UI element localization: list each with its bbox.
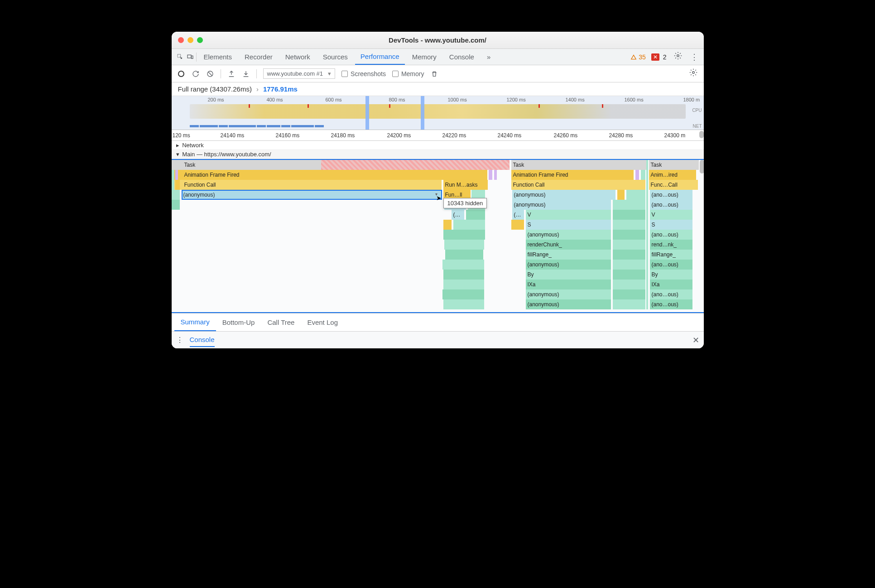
capture-settings-icon[interactable]: [688, 68, 698, 79]
overview-handle-right[interactable]: [421, 96, 424, 130]
flame-slice[interactable]: [613, 270, 645, 280]
flame-sliver[interactable]: [175, 180, 180, 190]
tab-network[interactable]: Network: [280, 49, 316, 65]
flame-fill[interactable]: fillRange_: [526, 250, 611, 260]
flame-ixa[interactable]: IXa: [526, 280, 611, 289]
tab-elements[interactable]: Elements: [198, 49, 238, 65]
flame-slice[interactable]: [443, 280, 484, 289]
tab-recorder[interactable]: Recorder: [239, 49, 278, 65]
flame-slice[interactable]: [613, 220, 645, 230]
tab-sources[interactable]: Sources: [317, 49, 353, 65]
flame-slice[interactable]: [442, 260, 484, 270]
flame-anon[interactable]: (ano…ous): [650, 289, 692, 299]
flame-afr[interactable]: Animation Frame Fired: [172, 170, 487, 180]
reload-record-button[interactable]: [192, 70, 200, 78]
warnings-badge[interactable]: 35: [630, 53, 646, 61]
flame-slice[interactable]: [613, 289, 645, 299]
more-menu-icon[interactable]: ⋮: [689, 52, 699, 62]
overview-handle-left[interactable]: [365, 96, 369, 130]
flame-slice[interactable]: [489, 170, 492, 180]
flame-s[interactable]: S: [526, 220, 611, 230]
tab-performance[interactable]: Performance: [355, 49, 405, 65]
errors-badge-icon[interactable]: ✕: [651, 53, 659, 61]
tab-event-log[interactable]: Event Log: [301, 313, 344, 331]
flame-paren[interactable]: (…: [452, 210, 464, 220]
download-profile-icon[interactable]: [242, 70, 250, 78]
close-drawer-icon[interactable]: ✕: [692, 335, 699, 345]
flame-sliver[interactable]: [175, 170, 178, 180]
flame-sliver[interactable]: [646, 160, 648, 309]
flame-slice[interactable]: [613, 230, 645, 240]
flame-render[interactable]: renderChunk_: [526, 240, 611, 250]
flame-slice[interactable]: [443, 220, 452, 230]
flame-anon[interactable]: (ano…ous): [650, 190, 692, 200]
flame-task[interactable]: Task: [511, 160, 646, 170]
flame-fc[interactable]: Function Call: [511, 180, 645, 190]
flame-slice[interactable]: [613, 200, 645, 210]
flame-slice[interactable]: [613, 240, 645, 250]
flame-d[interactable]: (…: [512, 210, 524, 220]
inspect-element-icon[interactable]: [176, 53, 184, 61]
gc-icon[interactable]: [430, 70, 438, 78]
flame-sliver[interactable]: [172, 170, 174, 180]
flame-slice[interactable]: [613, 280, 645, 289]
tab-more[interactable]: »: [481, 49, 496, 65]
flame-slice[interactable]: [466, 210, 485, 220]
flame-slice[interactable]: [613, 260, 645, 270]
flame-task-long[interactable]: [321, 160, 510, 170]
flame-slice[interactable]: [445, 250, 483, 260]
flame-anon[interactable]: (anonymous): [526, 289, 611, 299]
flame-anon[interactable]: (ano…ous): [650, 299, 692, 309]
console-tab[interactable]: Console: [190, 336, 215, 347]
flame-afr[interactable]: Animation Frame Fired: [511, 170, 634, 180]
flame-chart[interactable]: Task Animation Frame Fired Function Call…: [172, 159, 704, 313]
record-button[interactable]: [177, 70, 185, 78]
flame-anon[interactable]: (anonymous): [526, 260, 611, 270]
flame-v[interactable]: V: [526, 210, 611, 220]
flame-slice[interactable]: [444, 240, 484, 250]
flame-sliver[interactable]: [172, 200, 180, 210]
flame-render[interactable]: rend…nk_: [650, 240, 692, 250]
upload-profile-icon[interactable]: [227, 70, 236, 78]
flame-by[interactable]: By: [526, 270, 611, 280]
flame-s[interactable]: S: [650, 220, 692, 230]
flame-slice[interactable]: [442, 289, 484, 299]
selected-range-label[interactable]: 1776.91ms: [263, 85, 298, 93]
flame-by[interactable]: By: [650, 270, 692, 280]
screenshots-checkbox[interactable]: Screenshots: [341, 70, 386, 77]
flame-slice[interactable]: [635, 170, 639, 180]
flame-anon[interactable]: (anonymous): [512, 190, 615, 200]
flame-slice[interactable]: [453, 220, 485, 230]
flame-slice[interactable]: [613, 210, 645, 220]
clear-button[interactable]: [206, 70, 214, 78]
tab-console[interactable]: Console: [444, 49, 480, 65]
tab-summary[interactable]: Summary: [174, 313, 216, 331]
flame-sliver[interactable]: [172, 190, 180, 200]
main-track-header[interactable]: ▾ Main — https://www.youtube.com/: [172, 150, 704, 159]
flame-anon[interactable]: (anonymous): [526, 299, 611, 309]
flame-slice[interactable]: [494, 170, 497, 180]
tab-bottom-up[interactable]: Bottom-Up: [216, 313, 261, 331]
device-toggle-icon[interactable]: [186, 53, 194, 61]
flame-slice[interactable]: [511, 220, 524, 230]
settings-gear-icon[interactable]: [673, 52, 683, 62]
tab-call-tree[interactable]: Call Tree: [261, 313, 301, 331]
flame-slice[interactable]: [626, 190, 645, 200]
flame-anon[interactable]: (ano…ous): [650, 230, 692, 240]
errors-count[interactable]: 2: [663, 53, 667, 61]
timeline-overview[interactable]: 200 ms 400 ms 600 ms 800 ms 1000 ms 1200…: [172, 96, 704, 130]
flame-anon[interactable]: (anonymous): [526, 230, 611, 240]
flame-slice[interactable]: [613, 250, 645, 260]
flame-ixa[interactable]: IXa: [650, 280, 692, 289]
full-range-label[interactable]: Full range (34307.26ms): [178, 85, 252, 93]
recording-select[interactable]: www.youtube.com #1: [263, 68, 336, 79]
flame-anon[interactable]: (ano…ous): [650, 260, 692, 270]
flame-slice[interactable]: [443, 299, 484, 309]
flame-anon[interactable]: (anonymous): [512, 200, 611, 210]
flame-v[interactable]: V: [650, 210, 692, 220]
maximize-window-button[interactable]: [197, 37, 203, 43]
flame-sliver[interactable]: [172, 180, 174, 190]
network-track-header[interactable]: ▸ Network: [172, 141, 704, 150]
flame-fill[interactable]: fillRange_: [650, 250, 692, 260]
flame-runtasks[interactable]: Run M…asks: [443, 180, 488, 190]
